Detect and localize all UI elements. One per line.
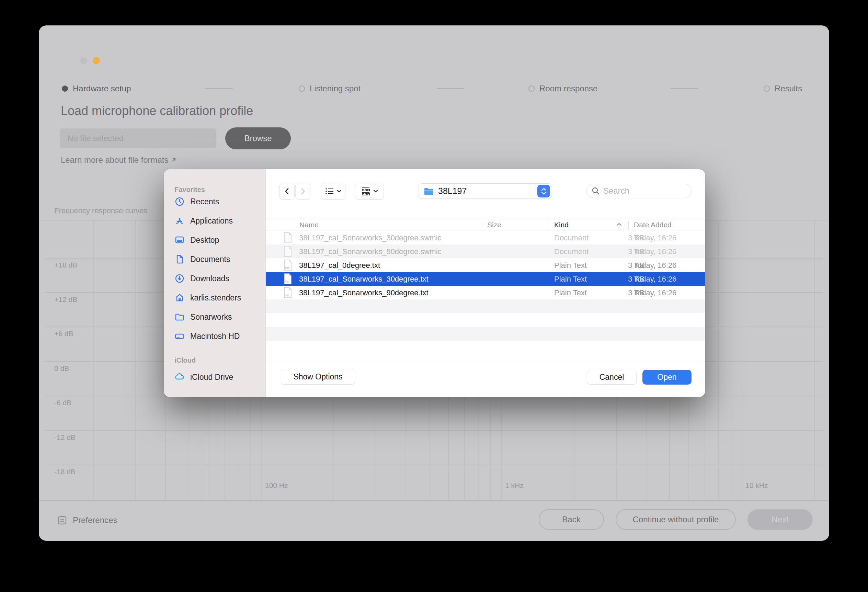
page-title: Load microphone calibration profile (61, 104, 253, 118)
y-tick-label: 0 dB (54, 364, 69, 373)
sidebar-section-header: Favorites (174, 186, 205, 194)
sidebar-item-label: karlis.stenders (190, 293, 241, 303)
group-view-icon (361, 187, 371, 196)
open-button[interactable]: Open (642, 370, 691, 385)
y-tick-label: +18 dB (54, 261, 77, 269)
group-view-button[interactable] (355, 183, 384, 199)
minimize-window-button[interactable] (93, 57, 100, 64)
sidebar-item-applications[interactable]: Applications (171, 213, 260, 228)
file-row[interactable]: 38L197_cal_Sonarworks_30degree.swmic 3 K… (266, 231, 705, 245)
sidebar-item-sonarworks[interactable]: Sonarworks (171, 309, 260, 325)
learn-more-link[interactable]: Learn more about file formats (61, 155, 177, 165)
column-header-size[interactable]: Size (487, 221, 501, 229)
step-results: Results (764, 83, 802, 95)
list-view-icon (325, 187, 334, 195)
step-label: Results (775, 84, 802, 93)
document-file-icon (283, 232, 292, 243)
y-tick-label: -6 dB (54, 399, 71, 407)
step-dot-pending (764, 86, 770, 92)
svg-text:TXT: TXT (285, 280, 290, 283)
external-arrow-icon (170, 156, 177, 164)
y-tick-label: +6 dB (54, 330, 73, 338)
column-header-kind[interactable]: Kind (554, 221, 568, 229)
text-file-icon: TXT (283, 287, 292, 298)
back-nav-button[interactable] (279, 183, 295, 199)
x-tick-label: 10 kHz (745, 481, 768, 490)
sidebar-item-label: Macintosh HD (190, 332, 240, 341)
column-header-name[interactable]: Name (300, 221, 319, 229)
text-file-icon: TXT (283, 273, 292, 284)
step-label: Listening spot (310, 84, 360, 93)
sidebar-item-icloud-drive[interactable]: iCloud Drive (171, 369, 260, 385)
column-header-date-added[interactable]: Date Added (634, 221, 672, 229)
file-list: 38L197_cal_Sonarworks_30degree.swmic 3 K… (266, 231, 705, 360)
chart-title: Frequency response curves (54, 207, 147, 215)
back-button[interactable]: Back (539, 509, 604, 530)
browse-button[interactable]: Browse (225, 127, 291, 149)
step-hardware-setup: Hardware setup (62, 83, 131, 95)
sidebar-item-label: Recents (190, 197, 219, 207)
desktop-icon (174, 235, 185, 245)
search-icon (592, 187, 600, 195)
show-options-button[interactable]: Show Options (281, 369, 355, 385)
next-button[interactable]: Next (747, 509, 813, 530)
text-file-icon: TXT (283, 260, 292, 270)
step-room-response: Room response (528, 83, 598, 95)
step-listening-spot: Listening spot (299, 83, 360, 95)
sidebar-item-label: Sonarworks (190, 313, 232, 322)
dialog-sidebar: Favorites Recents Applications Desktop D… (164, 169, 266, 397)
harddrive-icon (174, 331, 185, 341)
sidebar-item-desktop[interactable]: Desktop (171, 232, 260, 248)
column-header-row: Name Size Kind Date Added (266, 219, 705, 230)
step-dot-pending (299, 86, 305, 92)
current-folder-select[interactable]: 38L197 (419, 183, 552, 199)
step-connector (437, 88, 464, 89)
chevron-down-icon (373, 189, 378, 193)
sidebar-item-downloads[interactable]: Downloads (171, 271, 260, 286)
file-row[interactable]: TXT 38L197_cal_0degree.txt 3 KB Plain Te… (266, 258, 705, 272)
appstore-icon (174, 216, 185, 226)
sidebar-item-label: Documents (190, 255, 230, 264)
sidebar-item-home[interactable]: karlis.stenders (171, 290, 260, 305)
folder-select-stepper[interactable] (537, 185, 550, 198)
sidebar-item-label: iCloud Drive (190, 373, 233, 382)
chevron-down-icon (337, 189, 342, 193)
sidebar-item-label: Downloads (190, 274, 229, 283)
folder-icon (174, 312, 185, 322)
sort-ascending-icon (616, 223, 622, 226)
home-icon (174, 292, 185, 303)
file-row-selected[interactable]: TXT 38L197_cal_Sonarworks_30degree.txt 3… (266, 272, 705, 286)
y-tick-label: +12 dB (54, 295, 77, 304)
dialog-content: 38L197 Name Size Kind Date Added (266, 169, 705, 397)
y-tick-label: -18 dB (54, 468, 75, 476)
close-window-button[interactable] (80, 57, 87, 64)
continue-without-profile-button[interactable]: Continue without profile (616, 509, 736, 530)
download-icon (174, 273, 185, 283)
forward-nav-button[interactable] (295, 183, 310, 199)
step-label: Hardware setup (73, 84, 131, 93)
sidebar-item-documents[interactable]: Documents (171, 252, 260, 267)
calibration-file-field[interactable]: No file selected (60, 128, 216, 148)
file-row[interactable]: 38L197_cal_Sonarworks_90degree.swmic 3 K… (266, 245, 705, 258)
svg-text:TXT: TXT (285, 267, 290, 269)
step-dot-pending (528, 86, 534, 92)
sidebar-item-macintosh-hd[interactable]: Macintosh HD (171, 329, 260, 344)
file-open-dialog: Favorites Recents Applications Desktop D… (164, 169, 705, 397)
list-view-button[interactable] (321, 183, 345, 199)
step-connector (670, 88, 698, 89)
step-dot-active (62, 86, 68, 92)
sidebar-section-header: iCloud (174, 356, 196, 364)
y-tick-label: -12 dB (54, 433, 75, 441)
cloud-icon (174, 372, 185, 382)
preferences-button[interactable]: Preferences (58, 515, 117, 525)
search-input[interactable] (603, 186, 710, 196)
file-row[interactable]: TXT 38L197_cal_Sonarworks_90degree.txt 3… (266, 286, 705, 300)
clock-icon (174, 196, 185, 207)
search-field[interactable] (586, 184, 691, 198)
document-file-icon (283, 246, 292, 257)
folder-icon (424, 187, 434, 196)
sidebar-item-label: Desktop (190, 236, 219, 245)
step-connector (205, 88, 233, 89)
cancel-button[interactable]: Cancel (587, 370, 636, 385)
sidebar-item-recents[interactable]: Recents (171, 194, 260, 209)
